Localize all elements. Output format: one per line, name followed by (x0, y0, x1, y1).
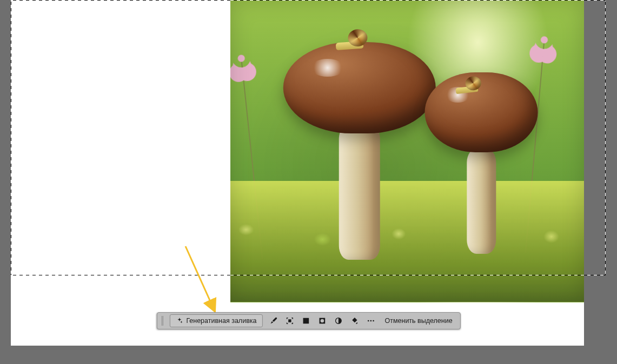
select-subject-button[interactable] (284, 315, 295, 326)
deselect-button[interactable]: Отменить выделение (381, 317, 455, 325)
remove-background-button[interactable] (300, 315, 311, 326)
mask-icon (317, 316, 326, 325)
mask-button[interactable] (316, 315, 327, 326)
document-image[interactable] (230, 0, 584, 302)
fill-button[interactable] (349, 315, 360, 326)
contextual-task-bar: Генеративная заливка Отменить выделение (156, 312, 460, 329)
remove-bg-icon (301, 316, 310, 325)
decoration (335, 29, 368, 50)
svg-point-2 (320, 319, 324, 323)
generative-fill-label: Генеративная заливка (186, 317, 256, 325)
adjust-icon (334, 316, 342, 325)
adjust-button[interactable] (333, 315, 343, 326)
more-icon (366, 316, 375, 325)
brush-icon (269, 316, 277, 325)
svg-point-5 (370, 320, 371, 322)
svg-point-6 (373, 320, 374, 322)
more-button[interactable] (365, 315, 376, 326)
fill-icon (350, 316, 359, 325)
svg-point-4 (367, 320, 369, 322)
generative-fill-button[interactable]: Генеративная заливка (169, 314, 262, 327)
deselect-label: Отменить выделение (384, 317, 452, 325)
drag-handle-icon[interactable] (161, 316, 163, 326)
select-subject-icon (285, 316, 294, 325)
decoration (421, 72, 541, 253)
decoration (280, 42, 439, 259)
sparkle-icon (175, 317, 183, 325)
decoration (455, 76, 482, 94)
editor-workspace: Генеративная заливка Отменить выделение (11, 0, 606, 353)
brush-tool-button[interactable] (268, 315, 278, 326)
